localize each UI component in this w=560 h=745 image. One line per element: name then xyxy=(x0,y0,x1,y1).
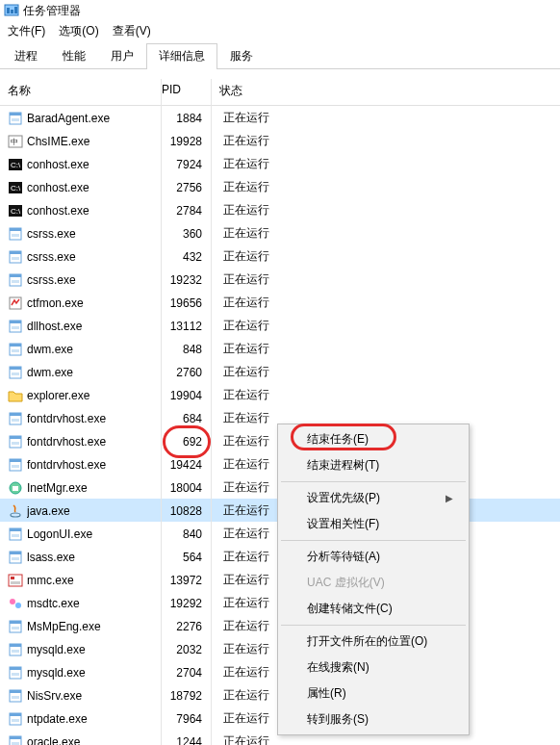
svg-text:C:\: C:\ xyxy=(11,161,21,169)
process-pid: 19904 xyxy=(162,389,208,402)
table-row[interactable]: C:\conhost.exe7924正在运行 xyxy=(0,152,560,175)
ctx-open-location[interactable]: 打开文件所在的位置(O) xyxy=(280,629,467,655)
svg-rect-51 xyxy=(12,557,19,560)
process-pid: 2704 xyxy=(162,666,208,680)
process-name: conhost.exe xyxy=(27,158,162,171)
svg-rect-27 xyxy=(12,326,19,329)
process-pid: 684 xyxy=(162,412,208,425)
chevron-right-icon: ▶ xyxy=(445,493,453,503)
table-row[interactable]: dllhost.exe13112正在运行 xyxy=(0,314,560,337)
svg-rect-30 xyxy=(12,349,19,352)
process-name: dllhost.exe xyxy=(27,320,162,333)
process-pid: 1884 xyxy=(162,112,208,125)
process-name: msdtc.exe xyxy=(27,597,162,610)
ctx-priority[interactable]: 设置优先级(P) ▶ xyxy=(280,485,467,511)
ctx-sep xyxy=(281,481,466,482)
svg-rect-17 xyxy=(12,234,19,237)
process-name: InetMgr.exe xyxy=(27,481,162,495)
ctx-end-task[interactable]: 结束任务(E) xyxy=(280,426,467,452)
ctf-icon xyxy=(8,295,23,311)
menu-view[interactable]: 查看(V) xyxy=(113,23,151,39)
ctx-affinity[interactable]: 设置相关性(F) xyxy=(280,511,467,537)
process-name: oracle.exe xyxy=(27,735,162,746)
svg-rect-22 xyxy=(10,274,21,277)
svg-rect-48 xyxy=(12,534,19,537)
header-pid[interactable]: PID xyxy=(162,83,208,99)
svg-rect-67 xyxy=(10,690,21,693)
ctx-properties[interactable]: 属性(R) xyxy=(280,681,467,706)
ctx-goto-service[interactable]: 转到服务(S) xyxy=(280,706,467,732)
svg-rect-65 xyxy=(12,673,19,676)
svg-rect-70 xyxy=(10,713,21,716)
svg-rect-23 xyxy=(12,280,19,283)
svg-rect-19 xyxy=(10,251,21,254)
process-name: fontdrvhost.exe xyxy=(27,458,162,472)
app-icon xyxy=(8,226,23,242)
process-pid: 432 xyxy=(162,250,208,264)
svg-rect-53 xyxy=(11,577,14,579)
table-row[interactable]: csrss.exe360正在运行 xyxy=(0,221,560,244)
ctx-end-tree[interactable]: 结束进程树(T) xyxy=(280,452,467,478)
mmc-icon xyxy=(8,573,23,588)
folder-icon xyxy=(8,388,23,403)
header-name[interactable]: 名称 xyxy=(8,83,162,99)
table-row[interactable]: BaradAgent.exe1884正在运行 xyxy=(0,106,560,129)
table-row[interactable]: ctfmon.exe19656正在运行 xyxy=(0,291,560,314)
inet-icon xyxy=(8,480,23,496)
app-icon xyxy=(8,319,23,334)
ctx-analyze[interactable]: 分析等待链(A) xyxy=(280,544,467,570)
process-pid: 7924 xyxy=(162,158,208,171)
process-status: 正在运行 xyxy=(208,133,323,149)
svg-rect-24 xyxy=(10,297,21,309)
svg-rect-33 xyxy=(12,372,19,375)
svg-rect-2 xyxy=(11,10,13,13)
process-status: 正在运行 xyxy=(208,271,323,288)
process-pid: 848 xyxy=(162,343,208,356)
msdtc-icon xyxy=(8,596,23,611)
app-icon xyxy=(8,642,23,657)
con-icon: C:\ xyxy=(8,157,23,172)
tab-performance[interactable]: 性能 xyxy=(50,43,98,68)
table-row[interactable]: csrss.exe432正在运行 xyxy=(0,244,560,268)
ctx-search-online[interactable]: 在线搜索(N) xyxy=(280,655,467,681)
table-header: 名称 PID 状态 xyxy=(0,77,560,106)
table-row[interactable]: csrss.exe19232正在运行 xyxy=(0,268,560,291)
table-row[interactable]: explorer.exe19904正在运行 xyxy=(0,383,560,406)
tab-services[interactable]: 服务 xyxy=(217,43,266,68)
svg-rect-41 xyxy=(10,459,21,462)
header-status[interactable]: 状态 xyxy=(208,83,323,99)
process-pid: 18792 xyxy=(162,689,208,703)
table-row[interactable]: C:\conhost.exe2784正在运行 xyxy=(0,198,560,221)
process-name: java.exe xyxy=(27,504,162,518)
svg-rect-58 xyxy=(10,621,21,624)
process-pid: 360 xyxy=(162,227,208,241)
app-icon xyxy=(8,434,23,450)
app-icon xyxy=(8,527,23,542)
context-menu: 结束任务(E) 结束进程树(T) 设置优先级(P) ▶ 设置相关性(F) 分析等… xyxy=(277,424,470,735)
ctx-dump[interactable]: 创建转储文件(C) xyxy=(280,596,467,622)
tab-users[interactable]: 用户 xyxy=(98,43,146,68)
process-name: conhost.exe xyxy=(27,181,162,194)
svg-rect-59 xyxy=(12,627,19,629)
process-name: csrss.exe xyxy=(27,227,162,241)
process-pid: 2756 xyxy=(162,181,208,194)
table-row[interactable]: C:\conhost.exe2756正在运行 xyxy=(0,175,560,198)
table-row[interactable]: dwm.exe848正在运行 xyxy=(0,337,560,360)
process-name: LogonUI.exe xyxy=(27,527,162,541)
app-icon xyxy=(8,734,23,746)
process-status: 正在运行 xyxy=(208,318,323,334)
process-pid: 19232 xyxy=(162,273,208,287)
tab-processes[interactable]: 进程 xyxy=(2,43,50,68)
svg-text:C:\: C:\ xyxy=(11,207,21,216)
menu-options[interactable]: 选项(O) xyxy=(59,23,98,39)
tab-details[interactable]: 详细信息 xyxy=(146,43,217,68)
table-row[interactable]: dwm.exe2760正在运行 xyxy=(0,360,560,383)
svg-rect-64 xyxy=(10,667,21,670)
process-name: ChsIME.exe xyxy=(27,135,162,148)
svg-rect-47 xyxy=(10,528,21,531)
menu-file[interactable]: 文件(F) xyxy=(8,23,45,39)
process-pid: 692 xyxy=(162,435,208,449)
svg-rect-42 xyxy=(12,465,19,468)
table-row[interactable]: 中ChsIME.exe19928正在运行 xyxy=(0,129,560,152)
process-status: 正在运行 xyxy=(208,364,323,380)
